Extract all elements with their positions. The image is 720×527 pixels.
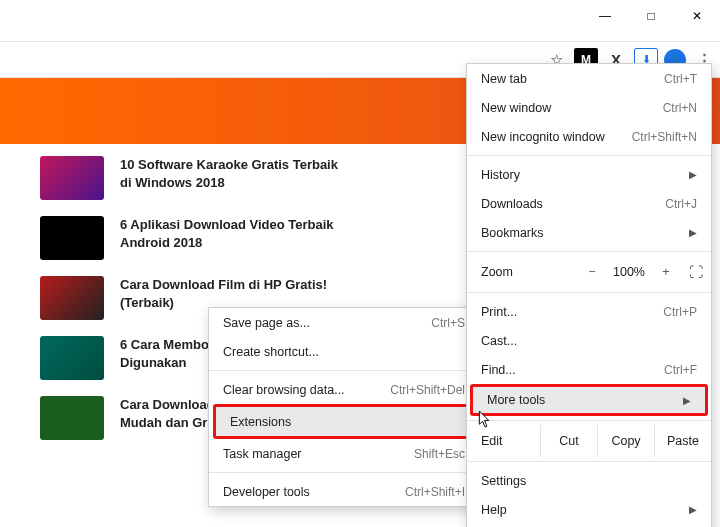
menu-label: Save page as... <box>223 316 431 330</box>
menu-item-edit: Edit Cut Copy Paste <box>467 425 711 457</box>
menu-shortcut: Ctrl+Shift+I <box>405 485 465 499</box>
menu-label: New incognito window <box>481 130 632 144</box>
menu-label: Settings <box>481 474 697 488</box>
zoom-in-button[interactable]: + <box>651 265 681 279</box>
menu-shortcut: Ctrl+S <box>431 316 465 330</box>
menu-item-history[interactable]: History▶ <box>467 160 711 189</box>
menu-label: Find... <box>481 363 664 377</box>
highlight-extensions: Extensions <box>213 404 475 439</box>
menu-label: New tab <box>481 72 664 86</box>
menu-shortcut: Ctrl+F <box>664 363 697 377</box>
mouse-cursor-icon <box>478 411 492 433</box>
menu-label: Downloads <box>481 197 665 211</box>
menu-label: Cast... <box>481 334 697 348</box>
zoom-value: 100% <box>607 265 651 279</box>
menu-label: History <box>481 168 683 182</box>
highlight-more-tools: More tools▶ <box>470 384 708 416</box>
tab-strip <box>0 32 720 42</box>
article-thumbnail <box>40 276 104 320</box>
submenu-item-task-manager[interactable]: Task managerShift+Esc <box>209 439 479 468</box>
menu-separator <box>467 420 711 421</box>
menu-label: Create shortcut... <box>223 345 465 359</box>
menu-item-help[interactable]: Help▶ <box>467 495 711 524</box>
edit-paste-button[interactable]: Paste <box>654 425 711 457</box>
submenu-arrow-icon: ▶ <box>683 395 691 406</box>
article-thumbnail <box>40 396 104 440</box>
menu-shortcut: Ctrl+N <box>663 101 697 115</box>
menu-separator <box>467 461 711 462</box>
menu-item-new-window[interactable]: New windowCtrl+N <box>467 93 711 122</box>
article-thumbnail <box>40 156 104 200</box>
edit-copy-button[interactable]: Copy <box>597 425 654 457</box>
menu-item-find[interactable]: Find...Ctrl+F <box>467 355 711 384</box>
submenu-arrow-icon: ▶ <box>689 227 697 238</box>
menu-label: More tools <box>487 393 677 407</box>
menu-label: Task manager <box>223 447 414 461</box>
menu-item-print[interactable]: Print...Ctrl+P <box>467 297 711 326</box>
menu-shortcut: Ctrl+Shift+N <box>632 130 697 144</box>
article-thumbnail <box>40 216 104 260</box>
menu-shortcut: Ctrl+T <box>664 72 697 86</box>
menu-separator <box>209 370 479 371</box>
submenu-item-dev-tools[interactable]: Developer toolsCtrl+Shift+I <box>209 477 479 506</box>
edit-cut-button[interactable]: Cut <box>540 425 597 457</box>
menu-item-downloads[interactable]: DownloadsCtrl+J <box>467 189 711 218</box>
menu-item-bookmarks[interactable]: Bookmarks▶ <box>467 218 711 247</box>
menu-label: Print... <box>481 305 663 319</box>
menu-separator <box>467 292 711 293</box>
submenu-item-extensions[interactable]: Extensions <box>216 407 472 436</box>
menu-item-cast[interactable]: Cast... <box>467 326 711 355</box>
more-tools-submenu: Save page as...Ctrl+S Create shortcut...… <box>208 307 480 507</box>
submenu-item-save-page[interactable]: Save page as...Ctrl+S <box>209 308 479 337</box>
menu-separator <box>209 472 479 473</box>
zoom-out-button[interactable]: − <box>577 265 607 279</box>
submenu-item-create-shortcut[interactable]: Create shortcut... <box>209 337 479 366</box>
menu-shortcut: Ctrl+Shift+Del <box>390 383 465 397</box>
menu-label: Developer tools <box>223 485 405 499</box>
article-thumbnail <box>40 336 104 380</box>
fullscreen-icon[interactable]: ⛶ <box>681 264 711 280</box>
menu-label: Help <box>481 503 683 517</box>
menu-label: New window <box>481 101 663 115</box>
window-titlebar: — □ ✕ <box>0 0 720 32</box>
menu-item-zoom: Zoom − 100% + ⛶ <box>467 256 711 288</box>
menu-item-settings[interactable]: Settings <box>467 466 711 495</box>
menu-separator <box>467 155 711 156</box>
menu-label: Extensions <box>230 415 458 429</box>
submenu-arrow-icon: ▶ <box>689 504 697 515</box>
submenu-item-clear-data[interactable]: Clear browsing data...Ctrl+Shift+Del <box>209 375 479 404</box>
article-title: 6 Aplikasi Download Video Terbaik Androi… <box>120 216 350 260</box>
article-title: 10 Software Karaoke Gratis Terbaik di Wi… <box>120 156 350 200</box>
menu-shortcut: Ctrl+J <box>665 197 697 211</box>
menu-item-more-tools[interactable]: More tools▶ <box>473 387 705 413</box>
window-close-button[interactable]: ✕ <box>674 0 720 32</box>
menu-item-new-tab[interactable]: New tabCtrl+T <box>467 64 711 93</box>
menu-separator <box>467 251 711 252</box>
menu-item-incognito[interactable]: New incognito windowCtrl+Shift+N <box>467 122 711 151</box>
menu-label: Clear browsing data... <box>223 383 390 397</box>
window-minimize-button[interactable]: — <box>582 0 628 32</box>
chrome-main-menu: New tabCtrl+T New windowCtrl+N New incog… <box>466 63 712 527</box>
window-maximize-button[interactable]: □ <box>628 0 674 32</box>
submenu-arrow-icon: ▶ <box>689 169 697 180</box>
menu-shortcut: Ctrl+P <box>663 305 697 319</box>
menu-label: Bookmarks <box>481 226 683 240</box>
menu-shortcut: Shift+Esc <box>414 447 465 461</box>
menu-label: Zoom <box>481 265 577 279</box>
